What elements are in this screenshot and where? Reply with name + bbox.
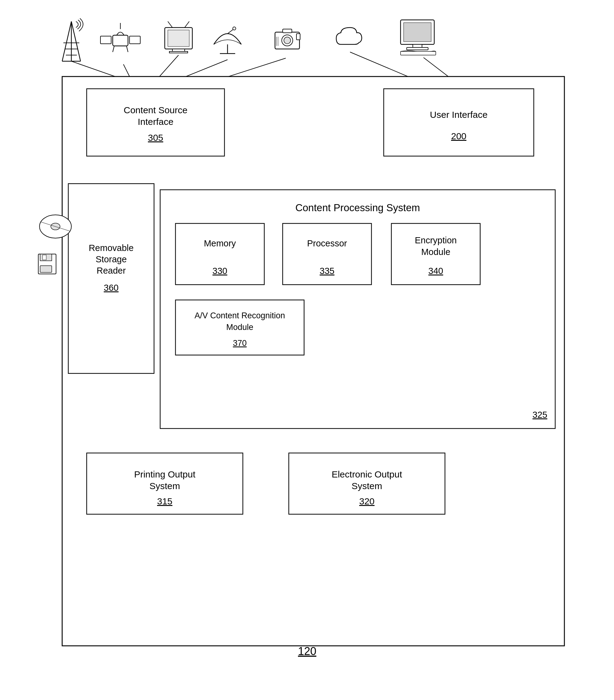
camera-icon <box>275 29 300 49</box>
svg-rect-33 <box>407 48 428 50</box>
svg-rect-27 <box>296 34 300 40</box>
svg-rect-34 <box>401 51 436 55</box>
svg-text:340: 340 <box>428 266 443 276</box>
svg-rect-56 <box>42 255 46 260</box>
svg-text:Printing Output: Printing Output <box>134 469 195 479</box>
svg-text:335: 335 <box>319 266 334 276</box>
svg-text:User Interface: User Interface <box>430 110 487 120</box>
svg-text:Interface: Interface <box>137 117 173 127</box>
svg-point-25 <box>284 37 291 44</box>
svg-text:Module: Module <box>226 323 253 332</box>
svg-text:320: 320 <box>359 496 374 506</box>
tv-monitor-icon <box>165 22 192 53</box>
svg-text:330: 330 <box>212 266 227 276</box>
svg-text:Module: Module <box>421 247 450 257</box>
diagram-container: Content Source Interface 305 User Interf… <box>32 12 583 679</box>
svg-rect-31 <box>404 23 431 42</box>
svg-rect-26 <box>283 29 292 33</box>
svg-text:325: 325 <box>532 410 547 420</box>
svg-text:305: 305 <box>148 133 163 142</box>
svg-text:Electronic Output: Electronic Output <box>331 469 402 479</box>
svg-text:Content Processing System: Content Processing System <box>295 202 420 213</box>
computer-icon <box>401 20 436 55</box>
svg-text:Encryption: Encryption <box>415 235 457 245</box>
antenna-tower-icon <box>62 18 83 61</box>
svg-text:Removable: Removable <box>88 243 134 253</box>
svg-text:370: 370 <box>233 338 246 348</box>
svg-text:Content Source: Content Source <box>123 105 187 115</box>
svg-rect-9 <box>130 36 140 44</box>
svg-rect-8 <box>100 36 111 44</box>
svg-rect-7 <box>113 35 128 46</box>
svg-text:System: System <box>149 481 180 491</box>
svg-text:315: 315 <box>157 496 172 506</box>
svg-line-15 <box>168 22 172 27</box>
main-diagram-svg: Content Source Interface 305 User Interf… <box>32 12 583 679</box>
svg-line-16 <box>185 22 189 27</box>
svg-line-11 <box>113 46 114 52</box>
cloud-icon <box>336 27 362 45</box>
svg-text:Memory: Memory <box>204 238 236 248</box>
svg-text:360: 360 <box>103 283 118 292</box>
svg-text:System: System <box>351 481 382 491</box>
svg-rect-32 <box>413 45 422 48</box>
svg-rect-14 <box>168 30 189 47</box>
svg-point-22 <box>233 27 236 30</box>
svg-rect-18 <box>169 51 188 53</box>
svg-line-21 <box>228 29 234 34</box>
satellite-icon <box>100 23 140 52</box>
svg-rect-17 <box>172 49 185 51</box>
svg-text:Storage: Storage <box>96 254 127 264</box>
satellite-dish-icon <box>214 27 241 53</box>
svg-rect-47 <box>384 89 534 156</box>
svg-rect-50 <box>68 184 154 373</box>
svg-line-12 <box>126 46 128 52</box>
svg-text:Reader: Reader <box>97 266 125 275</box>
svg-text:120: 120 <box>298 645 316 658</box>
svg-text:A/V Content Recognition: A/V Content Recognition <box>195 311 285 320</box>
svg-rect-57 <box>40 266 52 272</box>
svg-text:Processor: Processor <box>307 238 347 248</box>
svg-text:200: 200 <box>451 131 466 141</box>
